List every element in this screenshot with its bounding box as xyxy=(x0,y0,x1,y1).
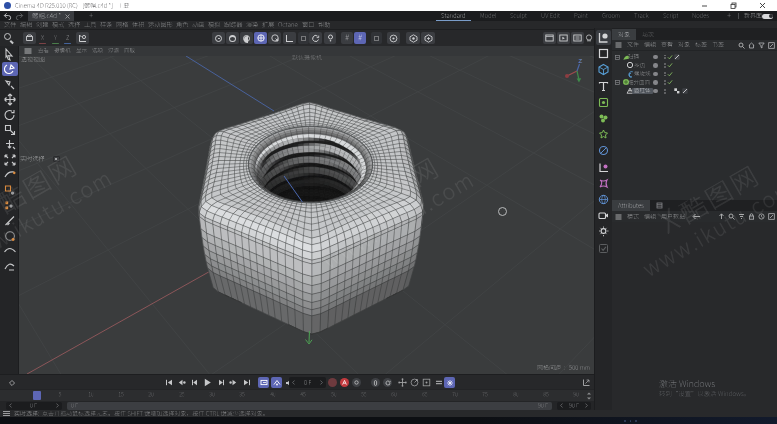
menu-item[interactable]: 网格 xyxy=(116,22,128,28)
layout-tab[interactable]: Groom xyxy=(595,11,627,21)
layout-tab[interactable]: Script xyxy=(656,11,685,21)
om-home-icon[interactable] xyxy=(748,42,755,49)
knife-tool-icon[interactable] xyxy=(2,213,18,227)
om-edit-icon[interactable] xyxy=(768,42,775,49)
editor-render-dots[interactable] xyxy=(664,72,666,77)
close-button[interactable] xyxy=(748,0,777,11)
timeline-ruler[interactable]: 51015202530354045505560657075808590 xyxy=(0,389,594,401)
expand-toggle-icon[interactable] xyxy=(615,80,620,85)
status-menu-icon[interactable] xyxy=(3,411,10,416)
attr-menu-item[interactable]: 模式 xyxy=(627,214,639,220)
phong-tag-icon[interactable] xyxy=(682,88,688,94)
menu-item[interactable]: 扩展 xyxy=(262,22,274,28)
play-button[interactable] xyxy=(202,377,213,388)
render-settings-icon[interactable] xyxy=(421,32,435,44)
rectangle-selection-icon[interactable] xyxy=(226,32,239,44)
expand-toggle-icon[interactable] xyxy=(615,55,620,60)
deformer-icon[interactable] xyxy=(596,176,611,191)
move-tool-icon[interactable] xyxy=(2,92,18,106)
attr-search-icon[interactable] xyxy=(728,213,735,220)
key-rotation-toggle-icon[interactable] xyxy=(421,377,432,388)
om-filter-icon[interactable] xyxy=(758,42,765,49)
axis-lock-y[interactable]: Y xyxy=(51,32,60,44)
range-end-spinner[interactable]: 90 F xyxy=(557,402,591,410)
visibility-dot[interactable] xyxy=(653,63,658,68)
object-name[interactable]: 螺旋线 xyxy=(632,71,653,77)
coordinate-system-icon[interactable] xyxy=(76,32,89,44)
tweak-icon[interactable] xyxy=(2,77,18,91)
toolbar-overflow-icon[interactable] xyxy=(585,32,593,44)
axis-lock-x[interactable]: X xyxy=(38,32,47,44)
menu-item[interactable]: 编辑 xyxy=(20,22,32,28)
frame-increment-icon[interactable] xyxy=(320,380,323,385)
render-picture-viewer-icon[interactable] xyxy=(557,32,570,44)
object-tree-row[interactable]: 扫描 xyxy=(612,53,777,62)
select-arrow-icon[interactable] xyxy=(2,47,18,61)
attr-burger-icon[interactable] xyxy=(615,214,622,220)
null-object-icon[interactable] xyxy=(596,46,611,61)
rotate-tool-icon[interactable] xyxy=(309,32,322,44)
object-tree-row[interactable]: 多边 xyxy=(612,61,777,70)
object-tree-row[interactable]: 细分曲面 xyxy=(612,78,777,87)
render-view-icon[interactable] xyxy=(406,32,420,44)
interface-toggle[interactable] xyxy=(762,14,773,19)
menu-item[interactable]: 过滤 xyxy=(108,48,119,54)
layout-tab[interactable]: Paint xyxy=(567,11,595,21)
next-key-button[interactable] xyxy=(228,377,239,388)
object-manager-tab[interactable]: 对象 xyxy=(612,29,636,40)
visibility-dot[interactable] xyxy=(653,55,658,60)
coordinates-icon[interactable] xyxy=(23,32,36,44)
om-menu-item[interactable]: 文件 xyxy=(627,42,639,48)
asset-browser-icon[interactable] xyxy=(596,30,611,45)
render-queue-icon[interactable] xyxy=(571,32,584,44)
visibility-dot[interactable] xyxy=(653,89,658,94)
frame-decrement-icon[interactable] xyxy=(292,380,295,385)
object-name[interactable]: 细分曲面 xyxy=(626,80,652,86)
key-position-toggle-icon[interactable] xyxy=(397,377,408,388)
viewport-burger-icon[interactable] xyxy=(24,48,32,55)
enabled-check-icon[interactable] xyxy=(667,54,673,60)
attr-edit-icon[interactable] xyxy=(768,213,775,220)
goto-end-button[interactable] xyxy=(241,377,252,388)
camera-icon[interactable] xyxy=(596,208,611,223)
om-menu-item[interactable]: 查看 xyxy=(661,42,673,48)
phong-tag-icon[interactable] xyxy=(674,54,680,60)
menu-item[interactable]: 样条 xyxy=(100,22,112,28)
target-icon[interactable] xyxy=(387,32,400,44)
attr-menu-item[interactable]: 编辑 xyxy=(644,214,656,220)
attr-history-icon[interactable] xyxy=(758,213,765,220)
scale-tool-icon[interactable] xyxy=(268,32,281,44)
autokey-button[interactable] xyxy=(340,378,349,387)
menu-item[interactable]: 跟踪器 xyxy=(224,22,243,28)
editor-render-dots[interactable] xyxy=(664,63,666,68)
range-start-spinner[interactable]: 0 F xyxy=(6,402,62,410)
menu-item[interactable]: 工具 xyxy=(84,22,96,28)
om-search-icon[interactable] xyxy=(738,42,745,49)
last-tool-icon[interactable] xyxy=(298,32,309,44)
editor-render-dots[interactable] xyxy=(664,80,666,85)
om-menu-item[interactable]: 编辑 xyxy=(644,42,656,48)
rotate-tool-icon[interactable] xyxy=(2,107,18,121)
menu-item[interactable]: 文件 xyxy=(4,22,16,28)
key-parameter-toggle-icon[interactable] xyxy=(433,377,444,388)
sky-environment-icon[interactable] xyxy=(596,192,611,207)
enabled-check-icon[interactable] xyxy=(667,62,673,68)
attributes-lock-icon[interactable] xyxy=(656,202,663,209)
editor-render-dots[interactable] xyxy=(664,55,666,60)
subdivision-surface-icon[interactable] xyxy=(596,95,611,110)
menu-item[interactable]: 体积 xyxy=(132,22,144,28)
attr-lock-icon[interactable] xyxy=(748,213,755,220)
layout-tab[interactable]: Nodes xyxy=(685,11,716,21)
object-name[interactable]: 扫描 xyxy=(626,54,641,60)
attr-up-icon[interactable] xyxy=(718,213,725,220)
key-scale-toggle-icon[interactable] xyxy=(409,377,420,388)
prev-frame-button[interactable] xyxy=(189,377,200,388)
loop-mode-button[interactable] xyxy=(258,377,269,388)
modeling-settings-icon[interactable] xyxy=(371,32,382,44)
viewport[interactable]: 查看摄像机显示选项过滤面板 透视视图 默认摄像机 网格间距:500 mm 实时选… xyxy=(19,46,594,374)
menu-item[interactable]: 模式 xyxy=(52,22,64,28)
om-menu-item[interactable]: 标签 xyxy=(695,42,707,48)
visibility-dot[interactable] xyxy=(653,72,658,77)
undo-icon[interactable] xyxy=(3,12,12,20)
new-interface-label[interactable]: 新界面 xyxy=(744,11,762,21)
